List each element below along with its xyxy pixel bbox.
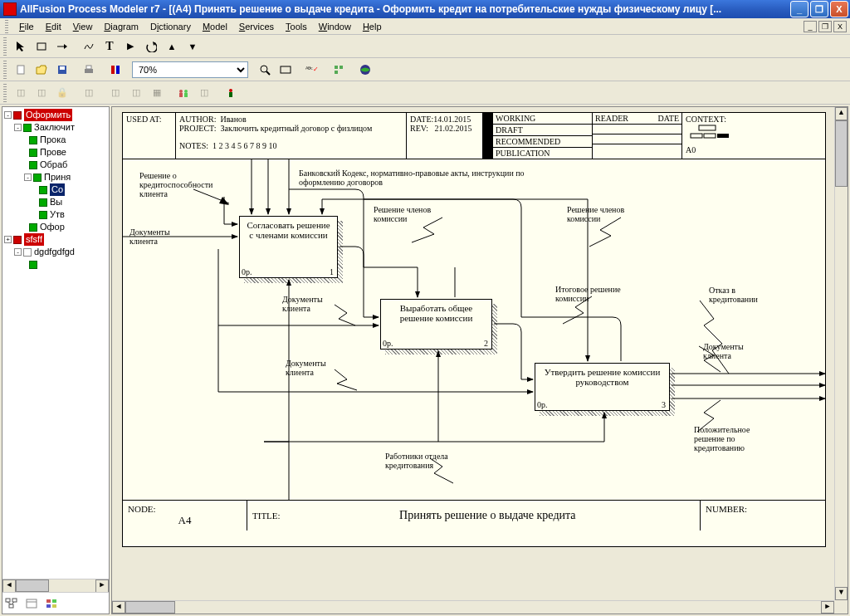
tree-tab-activities[interactable] [4, 596, 19, 611]
menu-tools[interactable]: Tools [280, 20, 313, 33]
menu-dictionary[interactable]: Dictionary [144, 20, 197, 33]
activity-box-1[interactable]: Согласовать решение с членами комиссии 0… [239, 216, 338, 278]
arrow-tool[interactable] [52, 37, 72, 56]
activity-box-2[interactable]: Выработать общее решение комиссии 0р. 2 [380, 299, 492, 350]
model-explorer-button[interactable] [329, 61, 349, 79]
zoom-tool[interactable] [255, 61, 275, 79]
ext-btn-3: ◫ [79, 84, 99, 102]
menu-diagram[interactable]: Diagram [98, 20, 144, 33]
tree-node[interactable]: Офор [40, 221, 65, 233]
svg-rect-39 [704, 134, 716, 138]
menu-services[interactable]: Services [233, 20, 280, 33]
svg-rect-18 [335, 71, 338, 74]
toolbar-standard: 70% ᴬᴮᶜ✓ [0, 58, 850, 81]
svg-rect-22 [179, 93, 183, 97]
report-button[interactable] [105, 61, 125, 79]
goto-child-tool[interactable]: ▶ [120, 37, 140, 56]
menu-model[interactable]: Model [197, 20, 233, 33]
save-button[interactable] [52, 61, 72, 79]
scroll-right-button[interactable]: ► [95, 579, 109, 593]
tree-h-scrollbar[interactable]: ◄ ► [2, 579, 109, 592]
box-tool[interactable] [32, 37, 51, 56]
toolbar-grip[interactable] [3, 61, 7, 79]
svg-rect-34 [52, 599, 56, 603]
scroll-left-button[interactable]: ◄ [112, 601, 125, 614]
svg-marker-0 [17, 42, 24, 51]
tree-node[interactable]: Приня [44, 171, 71, 183]
scroll-right-button[interactable]: ► [821, 601, 834, 614]
menu-view[interactable]: View [67, 20, 99, 33]
tree-node-selected[interactable]: Со [50, 183, 65, 196]
scroll-thumb[interactable] [16, 579, 49, 592]
close-button[interactable]: X [830, 1, 848, 17]
print-button[interactable] [79, 61, 99, 79]
squiggle-tool[interactable] [79, 37, 99, 56]
mdi-restore-button[interactable]: ❐ [818, 21, 832, 32]
tree-tab-objects[interactable] [44, 596, 59, 611]
svg-rect-12 [116, 66, 120, 74]
canvas-v-scrollbar[interactable]: ▲ ▼ [834, 107, 848, 600]
mdi-close-button[interactable]: X [833, 21, 847, 32]
undo-button[interactable] [141, 37, 161, 56]
goto-parent-tool[interactable]: ▲ [162, 37, 182, 56]
scroll-left-button[interactable]: ◄ [2, 579, 16, 593]
arrow-label: Документы клиента [129, 227, 188, 246]
svg-rect-27 [12, 599, 17, 602]
browser-button[interactable] [355, 61, 375, 79]
toolbar-grip[interactable] [3, 37, 7, 56]
diagram-body[interactable]: Согласовать решение с членами комиссии 0… [123, 159, 825, 500]
scroll-corner [834, 600, 848, 614]
text-tool[interactable]: T [100, 37, 120, 56]
diagram-page[interactable]: USED AT: AUTHOR: Иванов PROJECT: Заключи… [122, 112, 826, 547]
menu-file[interactable]: File [13, 20, 40, 33]
tree-node[interactable]: Прове [40, 146, 66, 159]
svg-rect-15 [281, 66, 291, 73]
zoom-fit-button[interactable] [276, 61, 296, 79]
spellcheck-button[interactable]: ᴬᴮᶜ✓ [302, 61, 322, 79]
ext-btn-7: ◫ [194, 84, 214, 102]
scroll-thumb[interactable] [835, 120, 848, 187]
tree-node[interactable]: Заключит [34, 121, 75, 134]
arrow-label: Решение членов комиссии [374, 205, 444, 223]
toolbar-shapes: T ▶ ▲ ▼ [0, 35, 850, 58]
ext-btn-2: ◫ [32, 84, 51, 102]
mdi-minimize-button[interactable]: _ [804, 21, 817, 32]
ext-btn-6: ▦ [147, 84, 167, 102]
goto-sibling-tool[interactable]: ▼ [183, 37, 203, 56]
arrow-label: Документы клиента [286, 359, 344, 377]
tree-node[interactable]: Обраб [40, 159, 67, 171]
tree-node[interactable]: dgdfgdfgd [34, 246, 75, 258]
scroll-thumb[interactable] [125, 601, 175, 614]
tree-tab-diagrams[interactable] [24, 596, 39, 611]
minimize-button[interactable]: _ [790, 1, 808, 17]
ext-btn-4: ◫ [105, 84, 125, 102]
svg-marker-6 [37, 66, 46, 74]
tree-node[interactable]: Утв [50, 208, 65, 221]
svg-marker-4 [153, 42, 156, 46]
scroll-up-button[interactable]: ▲ [835, 107, 848, 120]
scroll-down-button[interactable]: ▼ [835, 587, 848, 600]
roles-button[interactable] [173, 84, 193, 102]
toolbar-grip[interactable] [5, 20, 8, 33]
menu-edit[interactable]: Edit [40, 20, 67, 33]
zoom-select[interactable]: 70% [132, 61, 248, 78]
svg-rect-16 [335, 66, 338, 69]
model-tree[interactable]: -Оформить -Заключит Прока Прове Обраб -П… [2, 107, 109, 579]
tree-root-1[interactable]: Оформить [24, 109, 72, 121]
svg-rect-5 [17, 66, 24, 74]
activity-box-3[interactable]: Утвердить решение комиссии руководством … [535, 363, 670, 411]
tree-root-2[interactable]: sfsff [24, 233, 44, 246]
tree-node[interactable]: Прока [40, 134, 66, 146]
toolbar-grip[interactable] [3, 84, 7, 102]
arrow-label: Банковский Кодекс, нормативно-правовые а… [299, 169, 556, 187]
menu-help[interactable]: Help [357, 20, 388, 33]
run-button[interactable] [221, 84, 241, 102]
new-button[interactable] [11, 61, 31, 79]
svg-point-20 [179, 90, 183, 93]
pointer-tool[interactable] [11, 37, 31, 56]
canvas-h-scrollbar[interactable]: ◄ ► [112, 600, 834, 614]
maximize-button[interactable]: ❐ [810, 1, 828, 17]
menu-window[interactable]: Window [313, 20, 357, 33]
tree-node[interactable]: Вы [50, 196, 62, 208]
open-button[interactable] [32, 61, 51, 79]
